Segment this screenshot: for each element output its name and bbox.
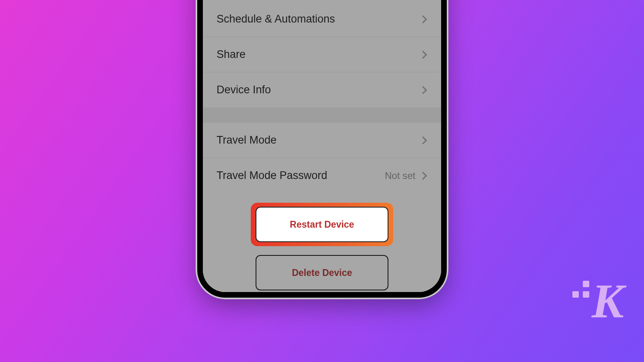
highlight-annotation: Restart Device: [251, 203, 393, 246]
row-label: Schedule & Automations: [217, 13, 335, 25]
row-schedule-automations[interactable]: Schedule & Automations: [203, 2, 441, 37]
chevron-right-icon: [419, 86, 427, 94]
app-screen: Schedule & Automations Share Device Info…: [203, 0, 441, 292]
watermark-letter: K: [592, 274, 621, 329]
row-label: Travel Mode: [217, 134, 277, 146]
row-value: Not set: [385, 170, 415, 181]
row-device-info[interactable]: Device Info: [203, 72, 441, 107]
delete-device-button[interactable]: Delete Device: [256, 255, 388, 290]
row-label: Travel Mode Password: [217, 169, 327, 182]
button-label: Delete Device: [292, 267, 352, 278]
row-travel-mode-password[interactable]: Travel Mode Password Not set: [203, 158, 441, 193]
chevron-right-icon: [419, 172, 427, 180]
row-right: Not set: [385, 170, 426, 181]
row-label: Share: [217, 48, 246, 61]
settings-list: Schedule & Automations Share Device Info…: [203, 0, 441, 290]
chevron-right-icon: [419, 15, 427, 23]
chevron-right-icon: [419, 51, 427, 59]
watermark-dots-icon: [572, 281, 589, 298]
row-label: Device Info: [217, 84, 271, 96]
chevron-right-icon: [419, 136, 427, 144]
row-travel-mode[interactable]: Travel Mode: [203, 123, 441, 158]
phone-frame: Schedule & Automations Share Device Info…: [197, 0, 447, 298]
watermark-logo: K: [572, 274, 621, 329]
button-label: Restart Device: [290, 219, 354, 230]
section-divider: [203, 107, 441, 123]
row-share[interactable]: Share: [203, 37, 441, 72]
restart-device-button[interactable]: Restart Device: [256, 207, 388, 242]
action-buttons: Restart Device Delete Device: [203, 193, 441, 290]
